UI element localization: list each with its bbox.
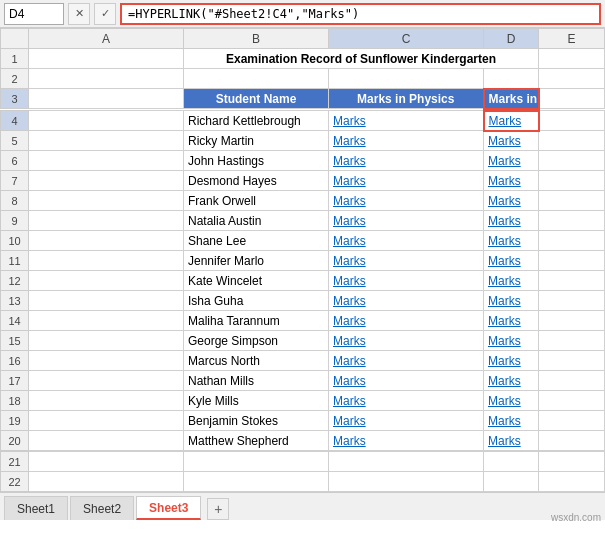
cell-e12[interactable] [539,271,605,291]
cell-c14[interactable]: Marks [329,311,484,331]
cell-e3[interactable] [539,89,605,109]
cell-b7[interactable]: Desmond Hayes [184,171,329,191]
col-header-a[interactable]: A [29,29,184,49]
chemistry-link-17[interactable]: Marks [488,374,521,388]
cell-a22[interactable] [29,472,184,492]
physics-link-17[interactable]: Marks [333,374,366,388]
physics-link-8[interactable]: Marks [333,194,366,208]
cell-b11[interactable]: Jennifer Marlo [184,251,329,271]
cell-d22[interactable] [484,472,539,492]
cell-b12[interactable]: Kate Wincelet [184,271,329,291]
cell-e20[interactable] [539,431,605,451]
cell-a21[interactable] [29,452,184,472]
cell-a2[interactable] [29,69,184,89]
cell-e1[interactable] [539,49,605,69]
physics-link-15[interactable]: Marks [333,334,366,348]
physics-link-10[interactable]: Marks [333,234,366,248]
physics-link-7[interactable]: Marks [333,174,366,188]
cell-b19[interactable]: Benjamin Stokes [184,411,329,431]
physics-link-4[interactable]: Marks [333,114,366,128]
cell-d17[interactable]: Marks [484,371,539,391]
cell-e4[interactable] [539,111,605,131]
cell-e11[interactable] [539,251,605,271]
cell-a9[interactable] [29,211,184,231]
cell-b6[interactable]: John Hastings [184,151,329,171]
cell-e16[interactable] [539,351,605,371]
cell-e9[interactable] [539,211,605,231]
cell-c10[interactable]: Marks [329,231,484,251]
cell-d18[interactable]: Marks [484,391,539,411]
cell-a16[interactable] [29,351,184,371]
physics-link-20[interactable]: Marks [333,434,366,448]
cell-b16[interactable]: Marcus North [184,351,329,371]
cell-b5[interactable]: Ricky Martin [184,131,329,151]
cell-b8[interactable]: Frank Orwell [184,191,329,211]
cell-c21[interactable] [329,452,484,472]
cell-a10[interactable] [29,231,184,251]
cell-a6[interactable] [29,151,184,171]
cell-title[interactable]: Examination Record of Sunflower Kinderga… [184,49,539,69]
cell-c5[interactable]: Marks [329,131,484,151]
physics-link-14[interactable]: Marks [333,314,366,328]
physics-link-9[interactable]: Marks [333,214,366,228]
cell-c17[interactable]: Marks [329,371,484,391]
cell-d8[interactable]: Marks [484,191,539,211]
cell-e10[interactable] [539,231,605,251]
cell-a20[interactable] [29,431,184,451]
cell-b4[interactable]: Richard Kettlebrough [184,111,329,131]
tab-sheet2[interactable]: Sheet2 [70,496,134,520]
cell-e18[interactable] [539,391,605,411]
chemistry-link-6[interactable]: Marks [488,154,521,168]
cell-a1[interactable] [29,49,184,69]
tab-sheet3[interactable]: Sheet3 [136,496,201,520]
cell-c11[interactable]: Marks [329,251,484,271]
cell-d7[interactable]: Marks [484,171,539,191]
cell-a3[interactable] [29,89,184,109]
cell-b20[interactable]: Matthew Shepherd [184,431,329,451]
cell-d4[interactable]: Marks [484,111,539,131]
add-sheet-btn[interactable]: + [207,498,229,520]
col-header-c[interactable]: C [329,29,484,49]
name-box[interactable]: D4 [4,3,64,25]
col-header-d[interactable]: D [484,29,539,49]
cell-d3-header[interactable]: Marks in Chemistry [484,89,539,109]
cell-b14[interactable]: Maliha Tarannum [184,311,329,331]
cell-d11[interactable]: Marks [484,251,539,271]
physics-link-6[interactable]: Marks [333,154,366,168]
cell-e19[interactable] [539,411,605,431]
cell-b9[interactable]: Natalia Austin [184,211,329,231]
confirm-btn[interactable]: ✓ [94,3,116,25]
cell-d21[interactable] [484,452,539,472]
col-header-b[interactable]: B [184,29,329,49]
chemistry-link-5[interactable]: Marks [488,134,521,148]
cell-c15[interactable]: Marks [329,331,484,351]
chemistry-link-11[interactable]: Marks [488,254,521,268]
cell-b2[interactable] [184,69,329,89]
cell-b15[interactable]: George Simpson [184,331,329,351]
physics-link-19[interactable]: Marks [333,414,366,428]
chemistry-link-19[interactable]: Marks [488,414,521,428]
cancel-btn[interactable]: ✕ [68,3,90,25]
cell-d14[interactable]: Marks [484,311,539,331]
cell-c3-header[interactable]: Marks in Physics [329,89,484,109]
chemistry-link-12[interactable]: Marks [488,274,521,288]
cell-c20[interactable]: Marks [329,431,484,451]
cell-c18[interactable]: Marks [329,391,484,411]
cell-d10[interactable]: Marks [484,231,539,251]
cell-d15[interactable]: Marks [484,331,539,351]
chemistry-link-14[interactable]: Marks [488,314,521,328]
cell-e14[interactable] [539,311,605,331]
physics-link-5[interactable]: Marks [333,134,366,148]
cell-c12[interactable]: Marks [329,271,484,291]
chemistry-link-10[interactable]: Marks [488,234,521,248]
cell-d20[interactable]: Marks [484,431,539,451]
chemistry-link-4[interactable]: Marks [489,114,522,128]
cell-e22[interactable] [539,472,605,492]
cell-c9[interactable]: Marks [329,211,484,231]
cell-c7[interactable]: Marks [329,171,484,191]
cell-c8[interactable]: Marks [329,191,484,211]
cell-e17[interactable] [539,371,605,391]
chemistry-link-7[interactable]: Marks [488,174,521,188]
physics-link-16[interactable]: Marks [333,354,366,368]
cell-a14[interactable] [29,311,184,331]
